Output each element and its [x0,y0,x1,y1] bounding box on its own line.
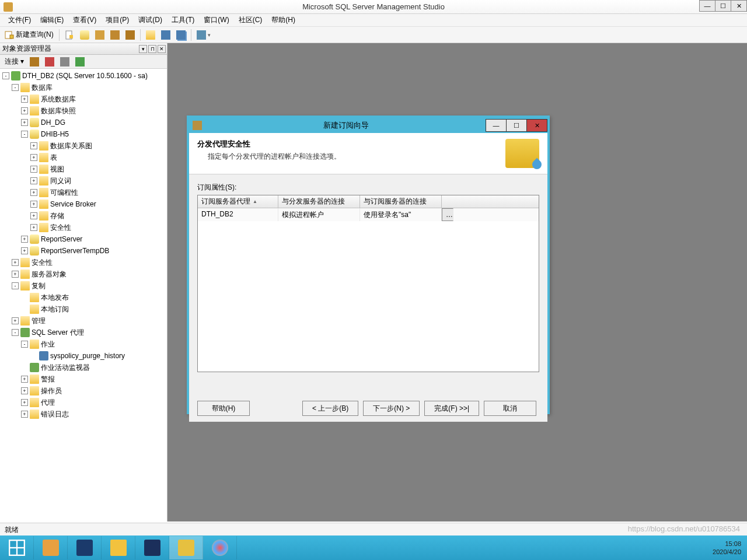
task-shell[interactable] [135,536,169,559]
expand-icon[interactable]: + [21,96,28,103]
expand-icon[interactable]: + [12,317,19,324]
tb-mdx[interactable] [108,29,122,41]
tree-diagrams[interactable]: +数据库关系图 [0,140,167,152]
tree-system-db[interactable]: +系统数据库 [0,93,167,105]
dialog-titlebar[interactable]: 新建订阅向导 — ☐ ✕ [189,118,547,133]
tree-db-snapshot[interactable]: +数据库快照 [0,105,167,117]
tree-proxies[interactable]: +代理 [0,397,167,408]
menu-community[interactable]: 社区(C) [234,14,267,26]
object-tree[interactable]: -DTH_DB2 (SQL Server 10.50.1600 - sa) -数… [0,69,167,522]
tree-job-monitor[interactable]: 作业活动监视器 [0,362,167,373]
expand-icon[interactable]: + [21,399,28,406]
task-explorer[interactable] [102,536,135,559]
expand-icon[interactable]: + [21,387,28,394]
expand-icon[interactable]: + [30,224,37,231]
tb-new-file[interactable] [62,29,76,41]
tb-analysis[interactable] [93,29,107,41]
expand-icon[interactable]: + [21,247,28,254]
tb-refresh[interactable] [73,55,87,68]
tree-db-dhib[interactable]: -DHIB-H5 [0,128,167,140]
menu-debug[interactable]: 调试(D) [134,14,167,26]
help-button[interactable]: 帮助(H) [197,401,250,416]
tree-local-subscriptions[interactable]: 本地订阅 [0,303,167,315]
connect-dropdown[interactable]: 连接 ▾ [2,55,26,68]
tree-error-logs[interactable]: +错误日志 [0,408,167,420]
tb-db-engine[interactable] [78,29,92,41]
tree-storage[interactable]: +存储 [0,210,167,222]
expand-icon[interactable]: + [30,189,37,196]
new-query-button[interactable]: 新建查询(N) [2,29,56,41]
tree-views[interactable]: +视图 [0,163,167,175]
task-paint[interactable] [203,536,237,559]
tree-local-publications[interactable]: 本地发布 [0,292,167,303]
panel-dropdown[interactable]: ▾ [139,45,147,53]
system-clock[interactable]: 15:08 2020/4/20 [707,538,747,558]
tree-service-broker[interactable]: +Service Broker [0,198,167,210]
maximize-button[interactable]: ☐ [715,0,731,12]
col-distributor-conn[interactable]: 与分发服务器的连接 [278,195,360,208]
collapse-icon[interactable]: - [2,72,9,79]
collapse-icon[interactable]: - [12,282,19,289]
menu-window[interactable]: 窗口(W) [199,14,233,26]
menu-help[interactable]: 帮助(H) [267,14,300,26]
tree-replication[interactable]: -复制 [0,280,167,292]
expand-icon[interactable]: + [21,376,28,383]
collapse-icon[interactable]: - [12,329,19,336]
expand-icon[interactable]: + [30,177,37,184]
collapse-icon[interactable]: - [12,84,19,91]
menu-edit[interactable]: 编辑(E) [36,14,68,26]
close-button[interactable]: ✕ [731,0,747,12]
expand-icon[interactable]: + [30,154,37,161]
panel-pin[interactable]: ⊓ [148,45,156,53]
task-server-manager[interactable] [34,536,68,559]
dialog-minimize[interactable]: — [486,119,507,132]
tb-save-all[interactable] [174,29,188,41]
tree-management[interactable]: +管理 [0,315,167,327]
dialog-close[interactable]: ✕ [526,119,547,132]
tree-synonyms[interactable]: +同义词 [0,175,167,187]
tree-job-item[interactable]: syspolicy_purge_history [0,350,167,362]
ellipsis-button[interactable]: … [442,208,453,221]
tree-security[interactable]: +安全性 [0,257,167,268]
tree-databases[interactable]: -数据库 [0,82,167,93]
expand-icon[interactable]: + [30,142,37,149]
expand-icon[interactable]: + [21,119,28,126]
tree-server-root[interactable]: -DTH_DB2 (SQL Server 10.50.1600 - sa) [0,70,167,82]
tree-server-objects[interactable]: +服务器对象 [0,268,167,280]
expand-icon[interactable]: + [30,166,37,173]
tb-dmx[interactable] [123,29,137,41]
subscription-grid[interactable]: 订阅服务器代理▲ 与分发服务器的连接 与订阅服务器的连接 DTH_DB2 模拟进… [197,195,539,372]
expand-icon[interactable]: + [30,201,37,208]
collapse-icon[interactable]: - [21,131,28,138]
start-button[interactable] [0,536,34,559]
tb-stop[interactable] [43,55,57,68]
tree-tables[interactable]: +表 [0,152,167,163]
finish-button[interactable]: 完成(F) >>| [424,401,479,416]
expand-icon[interactable]: + [12,259,19,266]
tree-report-server[interactable]: +ReportServer [0,233,167,245]
menu-file[interactable]: 文件(F) [4,14,36,26]
tree-db-security[interactable]: +安全性 [0,222,167,233]
tree-operators[interactable]: +操作员 [0,385,167,397]
tree-report-server-temp[interactable]: +ReportServerTempDB [0,245,167,257]
expand-icon[interactable]: + [30,212,37,219]
task-ssms[interactable] [169,536,203,559]
tree-alerts[interactable]: +警报 [0,373,167,385]
expand-icon[interactable]: + [21,411,28,418]
next-button[interactable]: 下一步(N) > [363,401,420,416]
cancel-button[interactable]: 取消 [484,401,536,416]
menu-project[interactable]: 项目(P) [101,14,134,26]
tb-filter[interactable] [58,55,72,68]
col-subscriber-agent[interactable]: 订阅服务器代理▲ [198,195,278,208]
tb-disconnect[interactable] [27,55,41,68]
tree-sql-agent[interactable]: -SQL Server 代理 [0,327,167,338]
task-powershell[interactable] [68,536,102,559]
panel-close[interactable]: ✕ [158,45,166,53]
col-subscriber-conn[interactable]: 与订阅服务器的连接 [360,195,442,208]
collapse-icon[interactable]: - [21,341,28,348]
expand-icon[interactable]: + [21,107,28,114]
back-button[interactable]: < 上一步(B) [302,401,358,416]
tb-save[interactable] [159,29,173,41]
tree-jobs[interactable]: -作业 [0,338,167,350]
menu-view[interactable]: 查看(V) [68,14,101,26]
